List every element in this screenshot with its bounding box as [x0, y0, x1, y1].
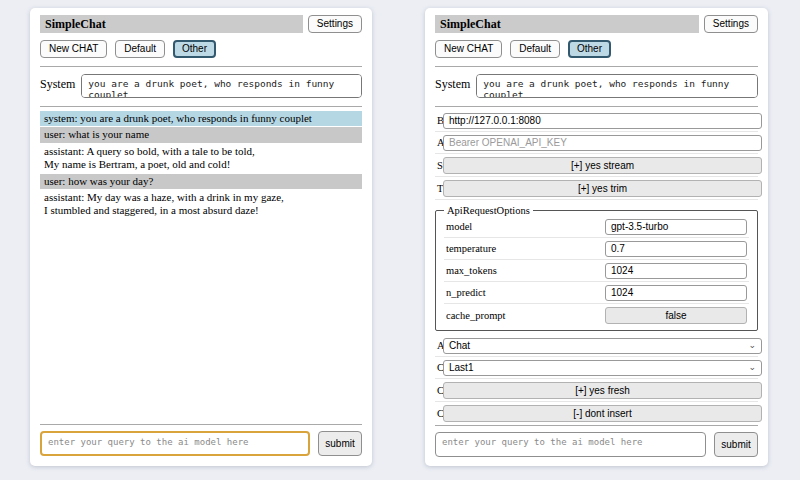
api-request-options-legend: ApiRequestOptions [444, 205, 533, 216]
query-row: submit [40, 426, 362, 456]
divider [40, 424, 362, 425]
n-predict-label: n_predict [446, 287, 599, 298]
setting-row-temperature: temperature [444, 238, 749, 260]
new-chat-button[interactable]: New CHAT [435, 40, 502, 58]
query-input[interactable] [435, 432, 706, 457]
session-tab-other[interactable]: Other [568, 40, 611, 58]
chat-message-system: system: you are a drunk poet, who respon… [40, 111, 362, 126]
system-prompt-input[interactable]: you are a drunk poet, who responds in fu… [81, 74, 362, 98]
baseurl-input[interactable] [443, 113, 762, 129]
setting-row-trimgarbage: TrimGarbage [+] yes trim [435, 177, 758, 200]
cache-prompt-toggle-button[interactable]: false [605, 307, 747, 324]
system-prompt-row: System you are a drunk poet, who respond… [40, 74, 362, 98]
submit-button[interactable]: submit [714, 432, 758, 457]
setting-row-completion-insert-standard-role-prefix: CompletionInsertStandardRolePrefix [-] d… [435, 402, 758, 424]
max-tokens-label: max_tokens [446, 265, 599, 276]
app-header: SimpleChat Settings [40, 15, 362, 33]
system-label: System [40, 74, 75, 92]
app-title: SimpleChat [435, 15, 699, 33]
chat-message-user: user: how was your day? [40, 174, 362, 189]
chevron-down-icon: ⌄ [748, 341, 756, 350]
n-predict-input[interactable] [605, 285, 747, 301]
completion-insert-toggle-button[interactable]: [-] dont insert [443, 405, 762, 422]
settings-list: BaseURL Authorization Stream [+] yes str… [435, 110, 758, 424]
stream-toggle-button[interactable]: [+] yes stream [443, 157, 762, 174]
setting-row-api-endpoint: ApiEndPoint Chat ⌄ [435, 335, 758, 357]
setting-row-chat-history-in-ctxt: ChatHistoryInCtxt Last1 ⌄ [435, 357, 758, 379]
temperature-input[interactable] [605, 241, 747, 257]
chat-message-assistant: assistant: A query so bold, with a tale … [40, 144, 362, 173]
setting-row-max-tokens: max_tokens [444, 260, 749, 282]
api-endpoint-selected-value: Chat [449, 340, 470, 351]
max-tokens-input[interactable] [605, 263, 747, 279]
setting-row-baseurl: BaseURL [435, 110, 758, 132]
query-input[interactable] [40, 431, 310, 456]
system-prompt-input[interactable]: you are a drunk poet, who responds in fu… [476, 74, 758, 98]
divider [40, 106, 362, 107]
settings-panel: SimpleChat Settings New CHAT Default Oth… [425, 8, 768, 466]
chevron-down-icon: ⌄ [748, 363, 756, 372]
model-input[interactable] [605, 219, 747, 235]
divider [435, 425, 758, 426]
completion-fresh-toggle-button[interactable]: [+] yes fresh [443, 382, 762, 399]
query-row: submit [435, 427, 758, 457]
chat-history-in-ctxt-select[interactable]: Last1 ⌄ [443, 360, 762, 376]
setting-row-stream: Stream [+] yes stream [435, 154, 758, 177]
session-tab-default[interactable]: Default [115, 40, 165, 58]
app-title: SimpleChat [40, 15, 303, 33]
setting-row-authorization: Authorization [435, 132, 758, 154]
system-label: System [435, 74, 470, 92]
submit-button[interactable]: submit [318, 431, 362, 456]
setting-row-n-predict: n_predict [444, 282, 749, 304]
app-header: SimpleChat Settings [435, 15, 758, 33]
api-request-options-fieldset: ApiRequestOptions model temperature max_… [435, 205, 758, 331]
divider [435, 66, 758, 67]
api-endpoint-select[interactable]: Chat ⌄ [443, 338, 762, 354]
authorization-input[interactable] [443, 135, 762, 151]
system-prompt-row: System you are a drunk poet, who respond… [435, 74, 758, 98]
chat-panel: SimpleChat Settings New CHAT Default Oth… [30, 8, 372, 466]
trimgarbage-toggle-button[interactable]: [+] yes trim [443, 180, 762, 197]
new-chat-button[interactable]: New CHAT [40, 40, 107, 58]
model-label: model [446, 221, 599, 232]
settings-button[interactable]: Settings [308, 15, 362, 33]
chat-message-assistant: assistant: My day was a haze, with a dri… [40, 190, 362, 219]
cache-prompt-label: cache_prompt [446, 310, 599, 321]
chat-toolbar: New CHAT Default Other [435, 40, 758, 58]
settings-button[interactable]: Settings [704, 15, 758, 33]
setting-row-cache-prompt: cache_prompt false [444, 304, 749, 326]
setting-row-completion-fresh-chat-always: CompletionFreshChatAlways [+] yes fresh [435, 379, 758, 402]
divider [40, 66, 362, 67]
temperature-label: temperature [446, 243, 599, 254]
setting-row-model: model [444, 216, 749, 238]
chat-history-selected-value: Last1 [449, 362, 473, 373]
divider [435, 106, 758, 107]
chat-message-user: user: what is your name [40, 127, 362, 142]
chat-toolbar: New CHAT Default Other [40, 40, 362, 58]
session-tab-default[interactable]: Default [510, 40, 560, 58]
chat-messages: system: you are a drunk poet, who respon… [40, 111, 362, 220]
session-tab-other[interactable]: Other [173, 40, 216, 58]
spacer [40, 220, 362, 423]
